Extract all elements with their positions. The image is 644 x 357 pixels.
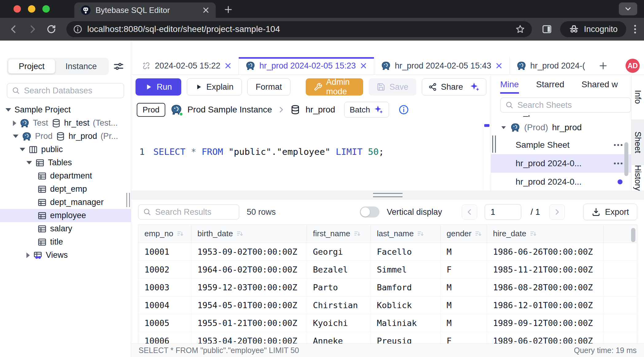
splitter-grip-icon[interactable]	[373, 193, 402, 197]
tab-instance[interactable]: Instance	[55, 59, 107, 73]
cell[interactable]: 1986-08-28T00:00:00Z	[487, 278, 603, 296]
sheet-item-unsaved-1[interactable]: hr_prod 2024-0...	[491, 173, 631, 191]
cell[interactable]: 1959-12-03T00:00:00Z	[191, 278, 307, 296]
export-button[interactable]: Export	[583, 204, 637, 220]
column-header-last-name[interactable]: last_name	[371, 225, 440, 243]
ellipsis-menu-icon[interactable]	[614, 144, 622, 146]
table-row[interactable]: 100031959-12-03T00:00:00ZPartoBamfordM19…	[138, 278, 637, 296]
browser-tab[interactable]: Bytebase SQL Editor	[74, 2, 216, 18]
caret-down-icon[interactable]	[501, 126, 506, 129]
sheet-search-input[interactable]	[517, 100, 626, 110]
sort-icon[interactable]	[236, 230, 244, 238]
cell[interactable]: Parto	[307, 278, 371, 296]
address-bar[interactable]: localhost:8080/sql-editor/sheet/project-…	[66, 21, 532, 37]
sheet-item-sample-sheet[interactable]: Sample Sheet	[491, 136, 631, 154]
table-scrollbar-thumb[interactable]	[631, 228, 635, 242]
caret-down-icon[interactable]	[20, 148, 25, 151]
prev-page-button[interactable]	[462, 204, 477, 220]
editor-scrollbar[interactable]	[483, 123, 491, 191]
cell[interactable]: 10005	[138, 314, 191, 332]
tree-node-schema-public[interactable]: public	[0, 143, 131, 156]
column-header-birth-date[interactable]: birth_date	[191, 225, 307, 243]
tree-node-project[interactable]: Sample Project	[0, 103, 131, 116]
caret-down-icon[interactable]	[6, 108, 11, 112]
tree-node-table-department[interactable]: department	[0, 169, 131, 182]
sort-icon[interactable]	[529, 230, 537, 238]
tab-project[interactable]: Project	[8, 59, 55, 73]
cell[interactable]: 10002	[138, 261, 191, 278]
tree-node-table-dept-emp[interactable]: dept_emp	[0, 182, 131, 196]
cell[interactable]: Georgi	[307, 243, 371, 261]
cell[interactable]: 10001	[138, 243, 191, 261]
reload-button[interactable]	[46, 24, 57, 34]
column-header-gender[interactable]: gender	[440, 225, 487, 243]
admin-mode-button[interactable]: Admin mode	[306, 78, 363, 96]
browser-menu-button[interactable]	[634, 25, 636, 33]
run-button[interactable]: Run	[135, 78, 181, 96]
table-row[interactable]: 100061953-04-20T00:00:00ZAnnekePreusigF1…	[138, 332, 637, 343]
cell[interactable]: 10003	[138, 278, 191, 296]
tree-node-table-salary[interactable]: salary	[0, 222, 131, 235]
close-icon[interactable]	[495, 62, 503, 69]
next-page-button[interactable]	[549, 204, 565, 220]
close-icon[interactable]	[360, 62, 367, 69]
sheet-item-clipped-top[interactable]: hr_prod 2024-0...	[491, 115, 631, 119]
zoom-window-button[interactable]	[42, 5, 50, 13]
info-icon[interactable]	[399, 104, 409, 115]
column-header-emp-no[interactable]: emp_no	[138, 225, 191, 243]
minimize-window-button[interactable]	[28, 5, 35, 13]
cell[interactable]: M	[440, 243, 487, 261]
sheet-group-prod-hr-prod[interactable]: (Prod) hr_prod	[491, 119, 631, 136]
cell[interactable]: Maliniak	[371, 314, 440, 332]
cell[interactable]: M	[440, 278, 487, 296]
save-button[interactable]: Save	[369, 78, 416, 96]
cell[interactable]: Preusig	[371, 332, 440, 343]
sheet-list-scrollbar-thumb[interactable]	[624, 142, 628, 176]
cell[interactable]: Chirstian	[307, 296, 371, 314]
tree-node-tables[interactable]: Tables	[0, 156, 131, 169]
cell[interactable]: 1989-09-12T00:00:00Z	[487, 314, 603, 332]
tree-node-test-db[interactable]: Test hr_test (Test...	[0, 116, 131, 130]
caret-right-icon[interactable]	[13, 120, 16, 126]
page-number-input[interactable]	[485, 204, 521, 220]
tab-history[interactable]: History	[631, 165, 644, 191]
cell[interactable]: 1953-09-02T00:00:00Z	[191, 243, 307, 261]
batch-button[interactable]: Batch	[344, 102, 389, 118]
editor-scrollbar-thumb[interactable]	[484, 124, 489, 127]
cell[interactable]: 1989-06-02T00:00:00Z	[487, 332, 603, 343]
cell[interactable]: M	[440, 314, 487, 332]
cell[interactable]: 1954-05-01T00:00:00Z	[191, 296, 307, 314]
database-name[interactable]: hr_prod	[305, 105, 335, 115]
cell[interactable]: F	[440, 261, 487, 278]
database-search-input[interactable]	[24, 86, 119, 96]
format-button[interactable]: Format	[247, 78, 290, 96]
sheet-search[interactable]	[500, 97, 631, 113]
table-row[interactable]: 100041954-05-01T00:00:00ZChirstianKoblic…	[138, 296, 637, 314]
cell[interactable]: 1953-04-20T00:00:00Z	[191, 332, 307, 343]
editor-tab-3[interactable]: hr_prod 2024-02-05 15:43	[374, 57, 510, 74]
cell[interactable]: Bezalel	[307, 261, 371, 278]
caret-right-icon[interactable]	[26, 253, 30, 258]
side-panel-button[interactable]	[542, 24, 552, 34]
new-sheet-tab-button[interactable]	[592, 57, 615, 74]
cell[interactable]: M	[440, 296, 487, 314]
cell[interactable]: Kyoichi	[307, 314, 371, 332]
cell[interactable]: Simmel	[371, 261, 440, 278]
site-info-icon[interactable]	[73, 25, 82, 34]
cell[interactable]: F	[440, 332, 487, 343]
explain-button[interactable]: Explain	[187, 78, 242, 96]
tab-shared[interactable]: Shared w	[582, 80, 618, 94]
sheet-item-current[interactable]: hr_prod 2024-0...	[491, 154, 631, 173]
tab-search-button[interactable]	[619, 2, 637, 15]
column-header-hire-date[interactable]: hire_date	[487, 225, 603, 243]
editor-tab-1[interactable]: 2024-02-05 15:22	[135, 57, 239, 74]
ellipsis-menu-icon[interactable]	[614, 163, 622, 164]
tree-node-prod-db[interactable]: Prod hr_prod (Pr...	[0, 130, 131, 143]
editor-tab-2-active[interactable]: hr_prod 2024-02-05 15:23	[239, 57, 374, 74]
tree-node-table-employee[interactable]: employee	[0, 209, 131, 222]
cell[interactable]: Bamford	[371, 278, 440, 296]
filter-sliders-button[interactable]	[113, 61, 124, 72]
table-row[interactable]: 100021964-06-02T00:00:00ZBezalelSimmelF1…	[138, 261, 637, 278]
cell[interactable]: 1955-01-21T00:00:00Z	[191, 314, 307, 332]
cell[interactable]: Anneke	[307, 332, 371, 343]
